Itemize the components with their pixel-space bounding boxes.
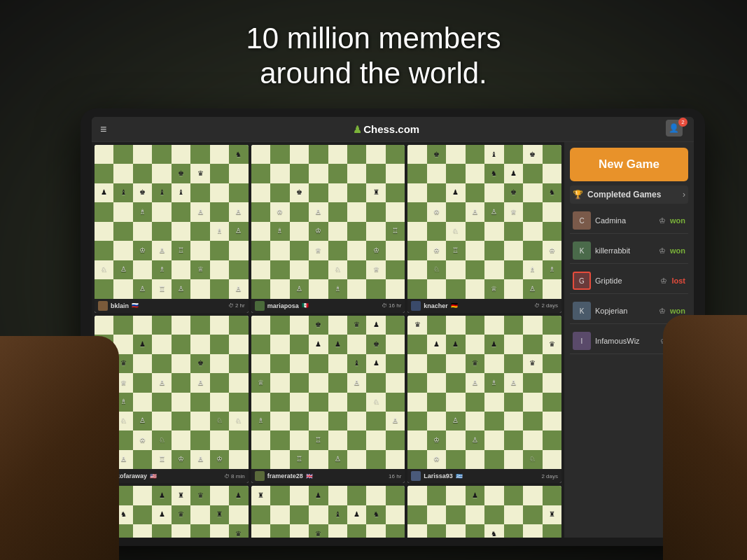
time-info-1: ⏱ 2 hr xyxy=(228,302,245,309)
screen: ≡ ♟ Chess.com 👤 2 ♞♚♛♟♝♚♝♝♗♙♙♗♙♔♙♖♘♙♗♕♙♖… xyxy=(92,117,694,538)
chess-board-3: ♚♝♚♞♟♟♚♞♔♙♙♕♘♔♖♔♘♗♗♕♙ xyxy=(407,145,561,299)
game-info-1: bklain 🇷🇺 ⏱ 2 hr xyxy=(95,299,249,313)
chess-board-2: ♚♜♔♙♗♔♖♕♔♘♕♙♗ xyxy=(251,145,405,299)
king-icon-killerrabbit: ♔ xyxy=(659,246,666,255)
player-name-1: bklain xyxy=(111,302,129,309)
result-kopjerian: won xyxy=(670,307,685,315)
player-avatar-5 xyxy=(255,471,265,481)
game-cell-1[interactable]: ♞♚♛♟♝♚♝♝♗♙♙♗♙♔♙♖♘♙♗♕♙♖♙♙ bklain 🇷🇺 ⏱ 2 h… xyxy=(95,145,249,313)
time-info-5: 16 hr xyxy=(389,473,401,479)
game-cell-2[interactable]: ♚♜♔♙♗♔♖♕♔♘♕♙♗ mariaposa 🇲🇽 ⏱ 16 hr xyxy=(251,145,405,313)
headline-line1: 10 million members xyxy=(0,21,747,56)
chess-board-8: ♜♟♝♟♞♛♖♘♙♙♕♕♘♔♘ xyxy=(251,486,405,538)
player-avatar-2 xyxy=(255,301,265,311)
time-value-4: 8 min xyxy=(231,473,245,479)
games-grid[interactable]: ♞♚♛♟♝♚♝♝♗♙♙♗♙♔♙♖♘♙♗♕♙♖♙♙ bklain 🇷🇺 ⏱ 2 h… xyxy=(92,142,564,538)
player-flag-5: 🇬🇧 xyxy=(306,473,313,479)
player-flag-3: 🇩🇪 xyxy=(451,302,458,309)
player-result-griptide[interactable]: G Griptide ♔ lost xyxy=(570,268,688,294)
completed-games-label: Completed Games xyxy=(587,190,678,200)
logo-text: Chess.com xyxy=(363,123,419,135)
result-griptide: lost xyxy=(671,276,685,285)
player-name-killerrabbit: killerrabbit xyxy=(595,246,655,255)
player-name-kopjerian: Kopjerian xyxy=(595,307,655,315)
clock-icon-3: ⏱ xyxy=(534,302,540,309)
chevron-right-icon: › xyxy=(683,190,685,200)
games-row-3: ♟♜♛♟♞♟♛♜♛♘♙♘♔♔♕♔♖♙♙♔♖ ♜♟♝♟♞♛♖♘♙♙♕♕♘♔♘ ♟♜… xyxy=(95,486,561,538)
game-info-6: Larissa93 🇬🇷 2 days xyxy=(407,469,561,483)
result-cadmina: won xyxy=(670,216,685,225)
games-row-2: ♟♛♚♕♙♙♗♔♘♙♘♘♔♘♙♖♔♙♔ nikofaraway 🇺🇸 ⏱ 8 m… xyxy=(95,316,561,484)
king-icon-kopjerian: ♔ xyxy=(659,307,666,316)
player-flag-2: 🇲🇽 xyxy=(302,302,309,309)
time-value-3: 2 days xyxy=(541,302,558,309)
time-value-6: 2 days xyxy=(541,473,558,479)
king-icon-griptide: ♔ xyxy=(660,276,667,286)
player-name-cadmina: Cadmina xyxy=(595,216,655,225)
game-info-5: framerate28 🇬🇧 16 hr xyxy=(251,469,405,483)
logo: ♟ Chess.com xyxy=(353,123,419,135)
time-value-1: 2 hr xyxy=(235,302,245,309)
tablet: ≡ ♟ Chess.com 👤 2 ♞♚♛♟♝♚♝♝♗♙♙♗♙♔♙♖♘♙♗♕♙♖… xyxy=(81,108,705,546)
game-cell-5[interactable]: ♚♛♟♟♟♚♝♟♕♙♘♗♙♖♖♙ framerate28 🇬🇧 16 hr xyxy=(251,316,405,484)
player-avatar-6 xyxy=(411,471,421,481)
chess-logo-icon: ♟ xyxy=(353,124,362,135)
notification-count: 2 xyxy=(678,118,687,127)
player-avatar-infamoswiz: I xyxy=(573,332,591,350)
chess-board-5: ♚♛♟♟♟♚♝♟♕♙♘♗♙♖♖♙ xyxy=(251,316,405,470)
time-value-5: 16 hr xyxy=(389,473,401,479)
headline: 10 million members around the world. xyxy=(0,21,747,92)
notification-badge[interactable]: 👤 2 xyxy=(666,120,685,139)
player-avatar-griptide: G xyxy=(573,272,591,290)
player-name-griptide: Griptide xyxy=(595,276,656,285)
chess-board-1: ♞♚♛♟♝♚♝♝♗♙♙♗♙♔♙♖♘♙♗♕♙♖♙♙ xyxy=(95,145,249,299)
result-killerrabbit: won xyxy=(670,246,685,255)
hamburger-menu-icon[interactable]: ≡ xyxy=(100,123,106,136)
player-name-infamoswiz: InfamousWiz xyxy=(595,337,656,345)
chess-board-6: ♛♟♟♟♛♛♛♙♗♙♙♔♙♔♘ xyxy=(407,316,561,470)
player-name-3: knacher xyxy=(424,302,448,309)
player-name-2: mariaposa xyxy=(267,302,299,309)
time-info-2: ⏱ 16 hr xyxy=(382,302,401,309)
player-name-6: Larissa93 xyxy=(424,472,453,479)
main-content: ♞♚♛♟♝♚♝♝♗♙♙♗♙♔♙♖♘♙♗♕♙♖♙♙ bklain 🇷🇺 ⏱ 2 h… xyxy=(92,142,694,538)
headline-line2: around the world. xyxy=(0,56,747,91)
player-avatar-kopjerian: K xyxy=(573,302,591,320)
game-cell-8[interactable]: ♜♟♝♟♞♛♖♘♙♙♕♕♘♔♘ xyxy=(251,486,405,538)
game-cell-6[interactable]: ♛♟♟♟♛♛♛♙♗♙♙♔♙♔♘ Larissa93 🇬🇷 2 days xyxy=(407,316,561,484)
player-name-5: framerate28 xyxy=(267,472,303,479)
time-info-3: ⏱ 2 days xyxy=(534,302,558,309)
completed-games-icon: 🏆 xyxy=(573,190,583,200)
player-avatar-killerrabbit: K xyxy=(573,241,591,260)
hand-left xyxy=(0,336,119,560)
player-flag-6: 🇬🇷 xyxy=(456,473,463,479)
chess-board-9: ♟♜♞♙♔♙♖♗♙♙ xyxy=(407,486,561,538)
player-avatar-1 xyxy=(98,301,108,311)
player-avatar-cadmina: C xyxy=(573,211,591,230)
game-cell-3[interactable]: ♚♝♚♞♟♟♚♞♔♙♙♕♘♔♖♔♘♗♗♕♙ knacher 🇩🇪 ⏱ 2 day… xyxy=(407,145,561,313)
time-info-6: 2 days xyxy=(541,473,558,479)
player-flag-4: 🇺🇸 xyxy=(150,473,157,479)
new-game-button[interactable]: New Game xyxy=(570,148,688,181)
games-row-1: ♞♚♛♟♝♚♝♝♗♙♙♗♙♔♙♖♘♙♗♕♙♖♙♙ bklain 🇷🇺 ⏱ 2 h… xyxy=(95,145,561,313)
player-flag-1: 🇷🇺 xyxy=(132,302,139,309)
clock-icon-4: ⏱ xyxy=(224,473,230,479)
player-result-cadmina[interactable]: C Cadmina ♔ won xyxy=(570,208,688,234)
completed-games-row[interactable]: 🏆 Completed Games › xyxy=(570,186,688,204)
player-result-killerrabbit[interactable]: K killerrabbit ♔ won xyxy=(570,238,688,264)
player-avatar-3 xyxy=(411,301,421,311)
time-value-2: 16 hr xyxy=(389,302,401,309)
hand-right xyxy=(663,315,747,560)
game-info-3: knacher 🇩🇪 ⏱ 2 days xyxy=(407,299,561,313)
game-info-2: mariaposa 🇲🇽 ⏱ 16 hr xyxy=(251,299,405,313)
clock-icon-2: ⏱ xyxy=(382,302,387,309)
clock-icon-1: ⏱ xyxy=(228,302,234,309)
time-info-4: ⏱ 8 min xyxy=(224,473,245,479)
game-cell-9[interactable]: ♟♜♞♙♔♙♖♗♙♙ xyxy=(407,486,561,538)
king-icon-cadmina: ♔ xyxy=(659,216,666,225)
app-header: ≡ ♟ Chess.com 👤 2 xyxy=(92,117,694,142)
